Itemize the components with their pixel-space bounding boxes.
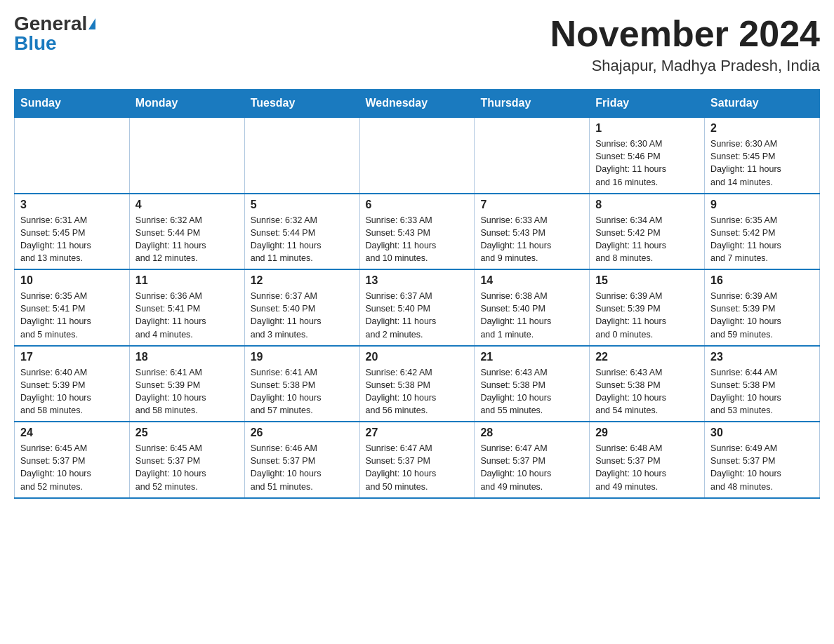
day-info: Sunrise: 6:35 AM Sunset: 5:41 PM Dayligh… (20, 290, 124, 341)
calendar-cell: 28Sunrise: 6:47 AM Sunset: 5:37 PM Dayli… (475, 422, 590, 498)
calendar-cell (15, 117, 130, 194)
day-number: 25 (135, 427, 239, 439)
calendar-cell: 21Sunrise: 6:43 AM Sunset: 5:38 PM Dayli… (475, 346, 590, 422)
day-number: 4 (135, 199, 239, 211)
calendar-cell: 8Sunrise: 6:34 AM Sunset: 5:42 PM Daylig… (590, 194, 705, 270)
day-info: Sunrise: 6:33 AM Sunset: 5:43 PM Dayligh… (480, 214, 583, 265)
day-number: 13 (366, 274, 469, 287)
day-number: 5 (251, 199, 354, 211)
day-info: Sunrise: 6:32 AM Sunset: 5:44 PM Dayligh… (135, 214, 239, 265)
day-info: Sunrise: 6:34 AM Sunset: 5:42 PM Dayligh… (595, 214, 699, 265)
calendar-cell: 16Sunrise: 6:39 AM Sunset: 5:39 PM Dayli… (705, 269, 820, 346)
day-number: 7 (480, 199, 583, 211)
calendar-cell: 30Sunrise: 6:49 AM Sunset: 5:37 PM Dayli… (705, 422, 820, 498)
day-info: Sunrise: 6:35 AM Sunset: 5:42 PM Dayligh… (710, 214, 814, 265)
calendar-week-row: 3Sunrise: 6:31 AM Sunset: 5:45 PM Daylig… (15, 194, 820, 270)
day-info: Sunrise: 6:45 AM Sunset: 5:37 PM Dayligh… (135, 442, 239, 493)
day-number: 2 (710, 122, 814, 135)
day-number: 14 (480, 274, 583, 287)
page-header: General Blue November 2024 Shajapur, Mad… (14, 14, 820, 75)
day-info: Sunrise: 6:46 AM Sunset: 5:37 PM Dayligh… (251, 442, 354, 493)
calendar-cell: 23Sunrise: 6:44 AM Sunset: 5:38 PM Dayli… (705, 346, 820, 422)
calendar-cell: 15Sunrise: 6:39 AM Sunset: 5:39 PM Dayli… (590, 269, 705, 346)
day-number: 3 (20, 199, 124, 211)
day-number: 20 (366, 351, 469, 363)
day-number: 15 (595, 274, 699, 287)
day-number: 21 (480, 351, 583, 363)
calendar-cell: 3Sunrise: 6:31 AM Sunset: 5:45 PM Daylig… (15, 194, 130, 270)
day-info: Sunrise: 6:36 AM Sunset: 5:41 PM Dayligh… (135, 290, 239, 341)
calendar-cell: 14Sunrise: 6:38 AM Sunset: 5:40 PM Dayli… (475, 269, 590, 346)
day-info: Sunrise: 6:39 AM Sunset: 5:39 PM Dayligh… (710, 290, 814, 341)
calendar-cell: 12Sunrise: 6:37 AM Sunset: 5:40 PM Dayli… (244, 269, 359, 346)
day-number: 28 (480, 427, 583, 439)
day-info: Sunrise: 6:33 AM Sunset: 5:43 PM Dayligh… (366, 214, 469, 265)
day-info: Sunrise: 6:38 AM Sunset: 5:40 PM Dayligh… (480, 290, 583, 341)
day-info: Sunrise: 6:30 AM Sunset: 5:45 PM Dayligh… (710, 137, 814, 189)
title-block: November 2024 Shajapur, Madhya Pradesh, … (550, 14, 820, 75)
calendar-cell: 13Sunrise: 6:37 AM Sunset: 5:40 PM Dayli… (359, 269, 475, 346)
day-info: Sunrise: 6:37 AM Sunset: 5:40 PM Dayligh… (366, 290, 469, 341)
calendar-cell: 4Sunrise: 6:32 AM Sunset: 5:44 PM Daylig… (129, 194, 244, 270)
day-info: Sunrise: 6:43 AM Sunset: 5:38 PM Dayligh… (480, 366, 583, 417)
calendar-cell: 24Sunrise: 6:45 AM Sunset: 5:37 PM Dayli… (15, 422, 130, 498)
day-number: 6 (366, 199, 469, 211)
day-number: 17 (20, 351, 124, 363)
day-number: 24 (20, 427, 124, 439)
calendar-week-row: 17Sunrise: 6:40 AM Sunset: 5:39 PM Dayli… (15, 346, 820, 422)
logo-general-text: General (14, 14, 87, 34)
col-header-thursday: Thursday (475, 90, 590, 118)
day-info: Sunrise: 6:47 AM Sunset: 5:37 PM Dayligh… (480, 442, 583, 493)
month-title: November 2024 (550, 14, 820, 54)
day-info: Sunrise: 6:31 AM Sunset: 5:45 PM Dayligh… (20, 214, 124, 265)
location-subtitle: Shajapur, Madhya Pradesh, India (550, 57, 820, 75)
day-info: Sunrise: 6:40 AM Sunset: 5:39 PM Dayligh… (20, 366, 124, 417)
day-info: Sunrise: 6:41 AM Sunset: 5:39 PM Dayligh… (135, 366, 239, 417)
logo: General Blue (14, 14, 95, 53)
day-number: 16 (710, 274, 814, 287)
col-header-monday: Monday (129, 90, 244, 118)
calendar-cell: 18Sunrise: 6:41 AM Sunset: 5:39 PM Dayli… (129, 346, 244, 422)
calendar-cell (129, 117, 244, 194)
day-info: Sunrise: 6:32 AM Sunset: 5:44 PM Dayligh… (251, 214, 354, 265)
calendar-week-row: 1Sunrise: 6:30 AM Sunset: 5:46 PM Daylig… (15, 117, 820, 194)
day-number: 11 (135, 274, 239, 287)
day-number: 30 (710, 427, 814, 439)
day-info: Sunrise: 6:37 AM Sunset: 5:40 PM Dayligh… (251, 290, 354, 341)
day-number: 1 (595, 122, 699, 135)
calendar-cell: 6Sunrise: 6:33 AM Sunset: 5:43 PM Daylig… (359, 194, 475, 270)
calendar-table: SundayMondayTuesdayWednesdayThursdayFrid… (14, 89, 820, 499)
calendar-cell (359, 117, 475, 194)
logo-blue-text: Blue (14, 34, 57, 53)
day-number: 19 (251, 351, 354, 363)
day-info: Sunrise: 6:48 AM Sunset: 5:37 PM Dayligh… (595, 442, 699, 493)
day-number: 18 (135, 351, 239, 363)
day-number: 27 (366, 427, 469, 439)
calendar-cell: 25Sunrise: 6:45 AM Sunset: 5:37 PM Dayli… (129, 422, 244, 498)
calendar-cell: 10Sunrise: 6:35 AM Sunset: 5:41 PM Dayli… (15, 269, 130, 346)
day-number: 8 (595, 199, 699, 211)
calendar-cell: 19Sunrise: 6:41 AM Sunset: 5:38 PM Dayli… (244, 346, 359, 422)
day-info: Sunrise: 6:47 AM Sunset: 5:37 PM Dayligh… (366, 442, 469, 493)
logo-triangle-icon (88, 18, 95, 29)
calendar-cell: 5Sunrise: 6:32 AM Sunset: 5:44 PM Daylig… (244, 194, 359, 270)
calendar-header-row: SundayMondayTuesdayWednesdayThursdayFrid… (15, 90, 820, 118)
calendar-cell (244, 117, 359, 194)
day-number: 26 (251, 427, 354, 439)
calendar-cell: 1Sunrise: 6:30 AM Sunset: 5:46 PM Daylig… (590, 117, 705, 194)
day-number: 22 (595, 351, 699, 363)
col-header-tuesday: Tuesday (244, 90, 359, 118)
day-info: Sunrise: 6:49 AM Sunset: 5:37 PM Dayligh… (710, 442, 814, 493)
day-number: 12 (251, 274, 354, 287)
calendar-week-row: 24Sunrise: 6:45 AM Sunset: 5:37 PM Dayli… (15, 422, 820, 498)
calendar-cell: 17Sunrise: 6:40 AM Sunset: 5:39 PM Dayli… (15, 346, 130, 422)
calendar-cell: 27Sunrise: 6:47 AM Sunset: 5:37 PM Dayli… (359, 422, 475, 498)
calendar-week-row: 10Sunrise: 6:35 AM Sunset: 5:41 PM Dayli… (15, 269, 820, 346)
day-number: 9 (710, 199, 814, 211)
day-number: 10 (20, 274, 124, 287)
calendar-cell (475, 117, 590, 194)
day-info: Sunrise: 6:41 AM Sunset: 5:38 PM Dayligh… (251, 366, 354, 417)
day-info: Sunrise: 6:43 AM Sunset: 5:38 PM Dayligh… (595, 366, 699, 417)
calendar-cell: 29Sunrise: 6:48 AM Sunset: 5:37 PM Dayli… (590, 422, 705, 498)
day-info: Sunrise: 6:39 AM Sunset: 5:39 PM Dayligh… (595, 290, 699, 341)
